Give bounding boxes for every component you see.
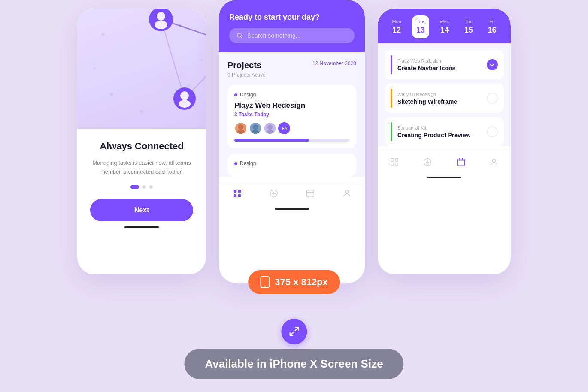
available-text: Available in iPhone X Screen Size bbox=[205, 357, 383, 370]
cal-day-wed-num: 14 bbox=[440, 26, 449, 35]
next-button[interactable]: Next bbox=[90, 199, 193, 221]
cal-day-fri-num: 16 bbox=[488, 26, 497, 35]
phone-2-body: Projects 12 November 2020 3 Projects Act… bbox=[219, 52, 365, 177]
phone-2-bottom-nav bbox=[219, 182, 365, 203]
svg-point-12 bbox=[155, 21, 167, 29]
cal-day-mon-name: Mon bbox=[392, 19, 401, 24]
cal-day-tue-num: 13 bbox=[416, 26, 425, 35]
avatar-count: +4 bbox=[278, 122, 290, 134]
category-dot-2 bbox=[234, 162, 237, 165]
search-bar[interactable] bbox=[229, 28, 355, 43]
svg-rect-42 bbox=[391, 159, 394, 161]
phone-3-header: Mon 12 Tue 13 Wed 14 Thu 15 Fri 16 bbox=[378, 9, 511, 43]
task-project-1: Playz Web Redesign bbox=[397, 58, 482, 63]
task-name-1: Create Navbar Icons bbox=[397, 65, 482, 72]
category-dot-1 bbox=[234, 93, 237, 96]
task-name-2: Sketching Wireframe bbox=[397, 98, 482, 105]
nav-profile-icon[interactable] bbox=[342, 188, 352, 199]
phones-container: Always Connected Managing tasks is easie… bbox=[0, 0, 588, 283]
compress-button[interactable] bbox=[281, 319, 307, 344]
nav-profile-icon-3[interactable] bbox=[489, 157, 499, 167]
phone-icon bbox=[260, 276, 270, 288]
cal-day-thu-num: 15 bbox=[464, 26, 473, 35]
home-indicator-2 bbox=[275, 208, 309, 210]
avatar-2 bbox=[249, 122, 262, 135]
phone-2: Ready to start your day? Projects 12 Nov… bbox=[219, 0, 365, 283]
phone-3-bottom-nav bbox=[378, 151, 511, 172]
svg-rect-49 bbox=[458, 159, 465, 166]
task-accent-1 bbox=[391, 55, 392, 74]
svg-point-41 bbox=[345, 190, 348, 193]
phone-3-body: Playz Web Redesign Create Navbar Icons W… bbox=[378, 43, 511, 146]
projects-header: Projects 12 November 2020 bbox=[227, 60, 356, 70]
cal-day-tue-name: Tue bbox=[416, 19, 424, 24]
progress-bar-bg bbox=[234, 139, 349, 142]
task-card-2[interactable]: Wally UI Redesign Sketching Wireframe bbox=[385, 84, 504, 113]
svg-point-0 bbox=[101, 33, 105, 36]
greeting-text: Ready to start your day? bbox=[229, 13, 355, 22]
phone-2-header: Ready to start your day? bbox=[219, 0, 365, 52]
svg-point-11 bbox=[157, 12, 165, 21]
svg-line-20 bbox=[241, 37, 242, 38]
phone-1-description: Managing tasks is easier now, all teams … bbox=[88, 159, 196, 177]
task-checkbox-3[interactable] bbox=[487, 126, 498, 137]
phone-1-content: Always Connected Managing tasks is easie… bbox=[77, 129, 206, 274]
task-checkbox-1[interactable] bbox=[487, 59, 498, 70]
project-category-1: Design bbox=[234, 92, 349, 98]
progress-bar-fill bbox=[234, 139, 309, 142]
svg-point-28 bbox=[267, 124, 273, 130]
avatar-3 bbox=[264, 122, 276, 135]
size-badge-text: 375 x 812px bbox=[275, 277, 328, 288]
cal-day-thu[interactable]: Thu 15 bbox=[460, 15, 477, 38]
task-card-1[interactable]: Playz Web Redesign Create Navbar Icons bbox=[385, 50, 504, 79]
nav-add-icon-3[interactable] bbox=[422, 157, 433, 167]
search-input[interactable] bbox=[247, 32, 348, 39]
task-project-2: Wally UI Redesign bbox=[397, 92, 482, 97]
cal-day-thu-name: Thu bbox=[464, 19, 473, 24]
cal-day-mon[interactable]: Mon 12 bbox=[388, 15, 405, 38]
compress-arrows-icon bbox=[288, 326, 300, 337]
svg-point-25 bbox=[253, 124, 258, 130]
svg-rect-43 bbox=[395, 159, 398, 161]
task-name-3: Creating Product Preview bbox=[397, 132, 482, 139]
phone-3: Mon 12 Tue 13 Wed 14 Thu 15 Fri 16 bbox=[378, 9, 511, 274]
cal-day-wed[interactable]: Wed 14 bbox=[435, 15, 453, 38]
task-accent-2 bbox=[391, 89, 392, 108]
svg-point-53 bbox=[493, 159, 496, 162]
avatar-1 bbox=[234, 122, 247, 135]
project-card-1[interactable]: Design Playz Web Redesign 3 Tasks Today bbox=[227, 85, 356, 148]
avatars-row-1: +4 bbox=[234, 122, 349, 135]
task-project-3: Simpan UI Kit bbox=[397, 125, 482, 130]
svg-point-17 bbox=[180, 91, 189, 100]
svg-rect-30 bbox=[233, 190, 236, 193]
project-name-1: Playz Web Redesign bbox=[234, 101, 349, 110]
available-badge: Available in iPhone X Screen Size bbox=[184, 349, 403, 379]
cal-day-mon-num: 12 bbox=[392, 26, 401, 35]
task-info-2: Wally UI Redesign Sketching Wireframe bbox=[397, 92, 482, 105]
dots-indicator bbox=[130, 185, 153, 189]
projects-title: Projects bbox=[227, 60, 261, 70]
svg-rect-31 bbox=[238, 190, 240, 193]
svg-point-2 bbox=[110, 93, 113, 96]
svg-point-18 bbox=[179, 100, 191, 108]
svg-rect-32 bbox=[233, 194, 236, 197]
svg-rect-33 bbox=[238, 194, 240, 197]
project-category-2: Design bbox=[234, 160, 349, 166]
size-badge[interactable]: 375 x 812px bbox=[248, 270, 340, 294]
nav-grid-icon[interactable] bbox=[232, 188, 242, 199]
cal-day-fri[interactable]: Fri 16 bbox=[484, 15, 501, 38]
phone-1-title: Always Connected bbox=[100, 141, 184, 152]
nav-add-icon[interactable] bbox=[269, 188, 279, 199]
task-checkbox-2[interactable] bbox=[487, 93, 498, 104]
projects-subtitle: 3 Projects Active bbox=[227, 72, 356, 78]
nav-grid-icon-3[interactable] bbox=[389, 157, 400, 167]
cal-day-tue[interactable]: Tue 13 bbox=[412, 15, 429, 38]
svg-rect-45 bbox=[395, 163, 398, 166]
nav-calendar-icon-3[interactable] bbox=[456, 157, 466, 167]
nav-calendar-icon[interactable] bbox=[305, 188, 315, 199]
phone-1-illustration bbox=[77, 9, 206, 129]
dot-2 bbox=[142, 185, 146, 189]
task-info-1: Playz Web Redesign Create Navbar Icons bbox=[397, 58, 482, 72]
task-card-3[interactable]: Simpan UI Kit Creating Product Preview bbox=[385, 117, 504, 146]
project-card-2[interactable]: Design bbox=[227, 154, 356, 177]
